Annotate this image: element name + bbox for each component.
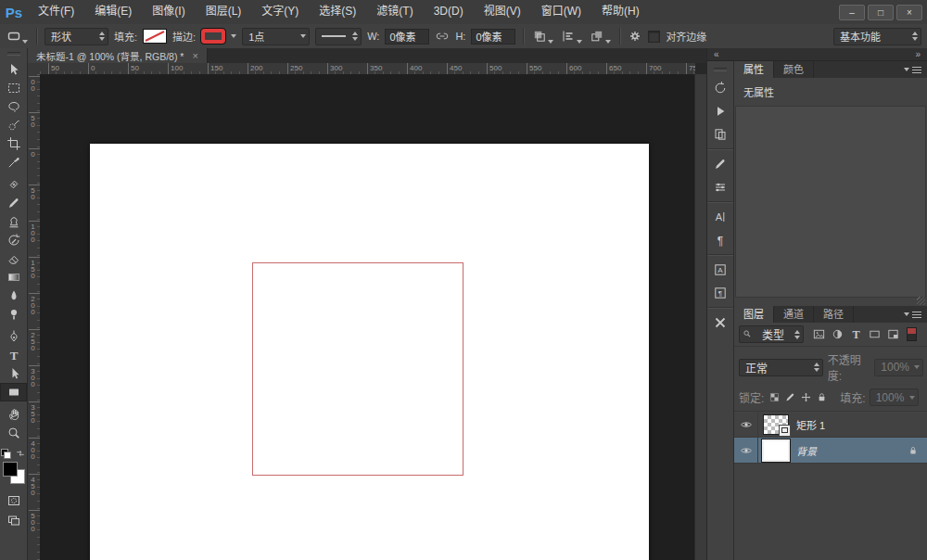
- quick-selection-tool[interactable]: [0, 116, 27, 134]
- panel-menu-icon[interactable]: [898, 306, 927, 323]
- panel-grip[interactable]: [714, 68, 727, 71]
- move-tool[interactable]: [0, 60, 27, 79]
- tool-mode-select[interactable]: 形状: [44, 28, 108, 45]
- lasso-tool[interactable]: [0, 97, 27, 116]
- layer-thumbnail[interactable]: [764, 415, 788, 434]
- filter-shape-layers-icon[interactable]: [866, 327, 883, 342]
- fill-opacity-select[interactable]: 100%: [870, 388, 919, 406]
- document-tab[interactable]: 未标题-1 @ 100% (背景, RGB/8) * ×: [28, 48, 208, 63]
- blur-tool[interactable]: [0, 286, 27, 305]
- history-panel-icon[interactable]: [707, 76, 733, 99]
- default-colors-icon[interactable]: [1, 449, 11, 459]
- panel-resize-grip[interactable]: [917, 297, 925, 305]
- gear-icon[interactable]: [628, 29, 642, 44]
- lock-pixels-icon[interactable]: [783, 390, 797, 404]
- stroke-width-select[interactable]: 1点: [242, 28, 310, 45]
- menu-item-3[interactable]: 图层(L): [196, 0, 252, 24]
- clone-source-panel-icon[interactable]: [707, 122, 733, 146]
- layer-row[interactable]: 背景: [734, 438, 927, 464]
- layer-name[interactable]: 矩形 1: [796, 417, 825, 432]
- properties-tab-0[interactable]: 属性: [734, 61, 774, 78]
- menu-item-9[interactable]: 窗口(W): [531, 0, 591, 24]
- swatch-caret-icon[interactable]: [231, 34, 236, 38]
- rectangle-tool[interactable]: [0, 383, 27, 401]
- type-tool[interactable]: T: [0, 346, 27, 364]
- menu-item-1[interactable]: 编辑(E): [84, 0, 142, 24]
- filter-smart-objects-icon[interactable]: [884, 327, 901, 342]
- character-panel-icon[interactable]: A: [707, 205, 733, 228]
- maximize-button[interactable]: □: [868, 5, 894, 20]
- filter-type-layers-icon[interactable]: T: [847, 327, 864, 342]
- screen-mode-button[interactable]: [0, 510, 27, 528]
- vertical-ruler[interactable]: 0050050100150200250300350400450500: [28, 74, 41, 560]
- drawn-rectangle-shape[interactable]: [252, 262, 464, 476]
- menu-item-4[interactable]: 文字(Y): [251, 0, 309, 24]
- lock-position-icon[interactable]: [799, 390, 813, 404]
- shape-width-field[interactable]: 0像素: [385, 29, 429, 45]
- panel-menu-icon[interactable]: [898, 61, 927, 78]
- minimize-button[interactable]: –: [839, 5, 865, 20]
- stroke-swatch[interactable]: [201, 29, 225, 44]
- layers-tab-0[interactable]: 图层: [734, 306, 774, 323]
- swap-colors-icon[interactable]: [15, 448, 26, 459]
- filter-adjustment-layers-icon[interactable]: [829, 327, 845, 342]
- hand-tool[interactable]: [0, 405, 27, 424]
- collapse-dock-icon[interactable]: »: [915, 50, 921, 59]
- crop-tool[interactable]: [0, 134, 27, 153]
- panel-grip[interactable]: [7, 52, 20, 56]
- workspace-switcher[interactable]: 基本功能: [833, 28, 921, 45]
- layer-visibility-eye-icon[interactable]: [734, 438, 758, 463]
- canvas-viewport[interactable]: [40, 74, 695, 560]
- eraser-tool[interactable]: [0, 249, 27, 268]
- document-canvas[interactable]: [90, 144, 649, 560]
- gradient-tool[interactable]: [0, 268, 27, 286]
- paragraph-styles-panel-icon[interactable]: ¶: [707, 281, 733, 304]
- menu-item-6[interactable]: 滤镜(T): [366, 0, 423, 24]
- brush-panel-icon[interactable]: [707, 152, 733, 175]
- menu-item-8[interactable]: 视图(V): [474, 0, 531, 24]
- dodge-tool[interactable]: [0, 305, 27, 324]
- lock-all-icon[interactable]: [815, 390, 829, 404]
- character-styles-panel-icon[interactable]: A: [707, 258, 733, 281]
- clone-stamp-tool[interactable]: [0, 212, 27, 231]
- blend-mode-select[interactable]: 正常: [739, 359, 823, 376]
- pen-tool[interactable]: [0, 327, 27, 346]
- menu-item-2[interactable]: 图像(I): [142, 0, 195, 24]
- layer-thumbnail[interactable]: [764, 441, 788, 460]
- stroke-type-select[interactable]: [315, 28, 362, 45]
- expand-dock-icon[interactable]: «: [714, 50, 719, 59]
- lock-transparent-icon[interactable]: [768, 390, 781, 404]
- paragraph-panel-icon[interactable]: ¶: [707, 228, 733, 251]
- eyedropper-tool[interactable]: [0, 153, 27, 172]
- fill-swatch[interactable]: [143, 29, 167, 44]
- properties-tab-1[interactable]: 颜色: [774, 61, 814, 78]
- filter-pixel-layers-icon[interactable]: [810, 327, 827, 342]
- layer-row[interactable]: 矩形 1: [734, 412, 927, 438]
- path-arrangement-button[interactable]: [589, 28, 612, 45]
- link-dimensions-icon[interactable]: [435, 29, 450, 44]
- vertical-scrollbar[interactable]: [694, 74, 706, 560]
- filter-switch-toggle[interactable]: [907, 327, 917, 341]
- filter-kind-select[interactable]: 类型: [739, 325, 804, 343]
- close-button[interactable]: ×: [896, 5, 922, 20]
- menu-item-10[interactable]: 帮助(H): [591, 0, 650, 24]
- path-selection-tool[interactable]: [0, 364, 27, 383]
- history-brush-tool[interactable]: [0, 231, 27, 249]
- opacity-select[interactable]: 100%: [874, 359, 923, 376]
- layer-visibility-eye-icon[interactable]: [734, 412, 758, 437]
- layers-tab-1[interactable]: 通道: [774, 306, 814, 323]
- path-alignment-button[interactable]: [560, 28, 583, 45]
- path-operations-button[interactable]: [531, 28, 554, 45]
- menu-item-5[interactable]: 选择(S): [309, 0, 366, 24]
- brush-presets-panel-icon[interactable]: [707, 175, 733, 198]
- extensions-panel-icon[interactable]: [707, 311, 733, 334]
- actions-panel-icon[interactable]: [707, 99, 733, 122]
- foreground-color-swatch[interactable]: [3, 462, 18, 477]
- menu-item-0[interactable]: 文件(F): [28, 0, 84, 24]
- layers-tab-2[interactable]: 路径: [814, 306, 854, 323]
- zoom-tool[interactable]: [0, 424, 27, 442]
- spot-healing-brush-tool[interactable]: [0, 175, 27, 194]
- shape-height-field[interactable]: 0像素: [471, 29, 515, 45]
- tool-preset-picker[interactable]: [6, 28, 29, 45]
- menu-item-7[interactable]: 3D(D): [424, 0, 474, 24]
